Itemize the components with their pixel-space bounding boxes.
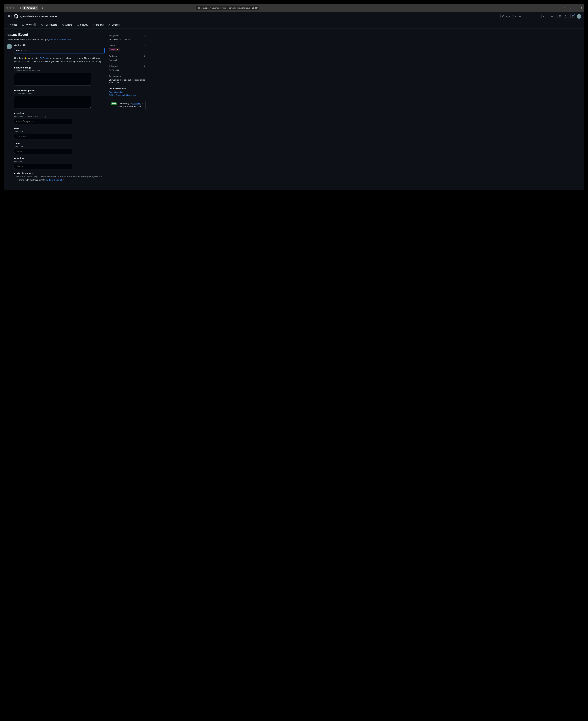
reader-icon[interactable]: ID (563, 7, 566, 9)
breadcrumb-repo[interactable]: events (50, 15, 57, 18)
gear-icon[interactable] (144, 65, 146, 67)
gear-icon[interactable] (144, 44, 146, 46)
issues-button[interactable] (558, 14, 563, 19)
sidebar-development: Development Shows branches and pull requ… (109, 73, 146, 85)
tab-security[interactable]: Security (75, 21, 90, 28)
close-window-icon[interactable] (6, 7, 8, 9)
github-topbar: cyprus-developer-community / events Type… (4, 12, 584, 21)
svg-rect-0 (18, 7, 21, 9)
development-title: Development (109, 75, 122, 77)
tab-code[interactable]: Code (6, 21, 19, 28)
time-input[interactable] (14, 149, 72, 154)
shield-icon (77, 24, 79, 26)
nav-menu-button[interactable] (6, 14, 12, 19)
play-icon (62, 24, 64, 26)
url-bar[interactable]: github.com/cyprus-developer-community/ev… (196, 6, 259, 10)
create-new-button[interactable] (550, 14, 556, 19)
time-help: Start time (14, 145, 105, 147)
svg-point-21 (144, 35, 145, 36)
resource-guidelines-link[interactable]: GitHub Community Guidelines (109, 94, 146, 96)
gear-icon[interactable] (144, 55, 146, 57)
code-icon (8, 24, 11, 26)
lock-icon (252, 7, 254, 9)
sidebar-assignees: Assignees No one—assign yourself (109, 33, 146, 42)
svg-point-16 (41, 24, 42, 24)
gear-icon[interactable] (144, 35, 146, 37)
svg-point-18 (42, 25, 43, 26)
field-location: Location* Location ID (locations.json) o… (14, 112, 105, 124)
projects-title: Projects (109, 55, 117, 57)
command-palette-button[interactable] (542, 14, 546, 19)
profile-selector[interactable]: Personal (22, 6, 38, 9)
event-description-input[interactable] (14, 96, 91, 108)
field-date: Date* Start Date (14, 127, 105, 139)
search-suffix: to search (515, 15, 524, 18)
svg-point-17 (41, 25, 42, 26)
search-input[interactable]: Type / to search (500, 14, 537, 19)
user-avatar[interactable] (577, 14, 582, 19)
author-avatar[interactable] (6, 44, 12, 49)
gitevents-link[interactable]: GitEvents (40, 57, 49, 59)
field-duration: Duration* Duration (14, 157, 105, 169)
page-menu-icon[interactable]: ••• (255, 6, 257, 9)
sidebar-helpful-resources: Helpful resources Code of conduct GitHub… (109, 85, 146, 99)
event-description-label: Event Description (14, 89, 34, 92)
field-event-description: Event Description* A concise description (14, 89, 105, 109)
svg-point-10 (560, 16, 561, 17)
svg-text:ID: ID (564, 7, 565, 8)
tab-settings[interactable]: Settings (106, 21, 122, 28)
intro-text: Hey there 👋. We're using GitEvents to ma… (14, 57, 105, 63)
resource-coc-link[interactable]: Code of conduct (109, 91, 146, 93)
minimize-window-icon[interactable] (9, 7, 11, 9)
github-logo-icon[interactable] (14, 14, 18, 19)
milestone-none: No milestone (109, 69, 146, 71)
title-label: Add a title (14, 44, 105, 46)
time-label: Time (14, 142, 20, 145)
tab-pull-requests[interactable]: Pull requests (39, 21, 59, 28)
tab-insights[interactable]: Insights (91, 21, 105, 28)
choose-different-type-link[interactable]: choose a different type. (49, 38, 72, 41)
issue-title-input[interactable] (14, 48, 105, 53)
svg-point-24 (144, 66, 145, 66)
maximize-window-icon[interactable] (13, 7, 14, 9)
milestone-title: Milestone (109, 65, 118, 67)
development-text: Shows branches and pull requests linked … (109, 79, 146, 83)
svg-point-23 (144, 56, 145, 57)
beta-notice: Beta You're using an issue form, a new t… (109, 100, 146, 110)
location-help: Location ID (locations.json) or String (14, 115, 105, 118)
notification-dot-icon (574, 14, 575, 15)
coc-checkbox[interactable] (14, 179, 16, 181)
sidebar-toggle-icon[interactable] (18, 7, 21, 9)
window-controls (6, 7, 14, 9)
coc-agree-text: I agree to follow this project's Code of… (18, 179, 64, 181)
app-window: Personal github.com/cyprus-developer-com… (4, 4, 584, 190)
pull-requests-button[interactable] (564, 14, 569, 19)
page-title: Issue: Event (6, 33, 105, 37)
search-prefix: Type (506, 15, 510, 18)
tabs-icon[interactable] (579, 6, 582, 9)
breadcrumb-org[interactable]: cyprus-developer-community (20, 15, 48, 18)
location-input[interactable] (14, 119, 72, 124)
tab-issues[interactable]: Issues 2 (20, 21, 38, 28)
graph-icon (92, 24, 95, 26)
coc-label: Code of Conduct (14, 172, 105, 174)
tab-actions[interactable]: Actions (60, 21, 74, 28)
new-tab-icon[interactable] (574, 6, 576, 9)
event-label-badge[interactable]: Event ✨ (109, 48, 120, 51)
labels-title: Labels (109, 44, 115, 46)
assignees-none: No one— (109, 38, 117, 40)
back-button[interactable] (42, 6, 43, 9)
featured-image-input[interactable] (14, 73, 91, 86)
search-kbd: / (511, 15, 514, 18)
assignees-title: Assignees (109, 34, 119, 37)
assign-yourself-link[interactable]: assign yourself (117, 38, 131, 40)
coc-link[interactable]: Code of Conduct (46, 179, 62, 181)
duration-input[interactable] (14, 164, 72, 169)
resources-title: Helpful resources (109, 87, 146, 89)
issues-icon (22, 23, 24, 26)
notifications-button[interactable] (570, 14, 575, 19)
date-input[interactable] (14, 134, 72, 139)
share-icon[interactable] (569, 6, 571, 9)
required-marker: * (34, 89, 35, 92)
issue-form-link[interactable]: issue form (132, 102, 141, 105)
